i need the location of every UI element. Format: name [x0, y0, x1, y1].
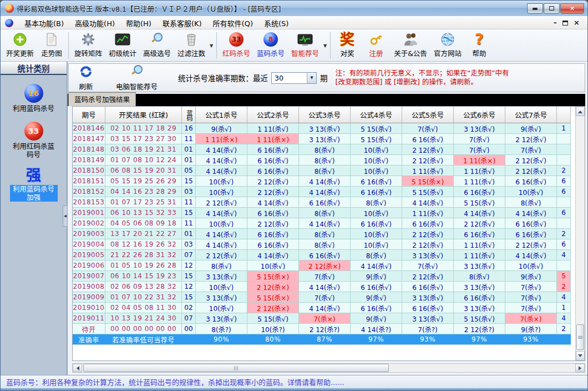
toolbar-button-对奖[interactable]: 奖对奖 — [333, 31, 362, 61]
formula-cell: 10(杀√) — [505, 260, 557, 271]
tab-blue-kill-enhanced[interactable]: 蓝码杀号加强结果 — [68, 92, 136, 106]
column-header-蓝码[interactable]: 蓝码 — [182, 107, 196, 123]
table-row[interactable]: 201815105 15 19 25 26 291510(杀√)2 12(杀√)… — [73, 176, 575, 187]
toolbar-button-关于&公告[interactable]: 关于&公告 — [391, 31, 430, 61]
scroll-left-button[interactable] — [73, 364, 82, 372]
sidebar-collapse-handle[interactable]: ◀ — [63, 205, 68, 227]
red-balls-cell: 21 22 26 28 31 32 — [105, 250, 182, 260]
formula-cell: 7(杀√) — [402, 123, 454, 134]
blue-code-cell: 07 — [182, 250, 196, 260]
formula-cell: 6 16(杀√) — [454, 229, 505, 239]
formula-cell: 6 16(杀√) — [402, 218, 454, 229]
smart-pick-button[interactable]: 电脑智能荐号 — [111, 63, 163, 93]
menu-item[interactable]: 系统(S) — [258, 16, 294, 30]
table-row[interactable]: 201815301 07 17 23 25 31112 12(杀√)4 14(杀… — [73, 197, 575, 208]
toolbar-button-过滤注数[interactable]: 过滤注数 — [174, 31, 209, 61]
period-cell: 2019009 — [73, 292, 105, 303]
column-header-公式3杀号[interactable]: 公式3杀号 — [299, 107, 351, 123]
table-row[interactable]: 201814602 10 11 17 18 29169(杀√)1 11(杀√)3… — [73, 123, 575, 134]
scroll-right-button[interactable] — [575, 364, 585, 372]
formula-cell: 8(杀√) — [299, 208, 351, 218]
toolbar-button-官方网站[interactable]: 官方网站 — [430, 31, 465, 61]
mdi-minimize-button[interactable]: – — [554, 20, 557, 26]
accuracy-value-cell: 80% — [247, 334, 299, 345]
table-row[interactable]: 待开00 00 00 00 00 00008(杀?)10(杀?)2 12(杀?)… — [73, 324, 575, 334]
vertical-scrollbar[interactable] — [575, 107, 585, 360]
close-button[interactable]: ✕ — [560, 3, 584, 14]
column-header-公式2杀号[interactable]: 公式2杀号 — [247, 107, 299, 123]
sidebar-item-利用蓝码杀号加强[interactable]: 强利用蓝码杀号加强 — [1, 168, 67, 202]
minimize-button[interactable]: ▬ — [527, 3, 543, 14]
column-header-公式5杀号[interactable]: 公式5杀号 — [402, 107, 454, 123]
column-header-开奖结果 (红球)[interactable]: 开奖结果 (红球) — [105, 107, 182, 123]
toolbar-button-label: 智能荐号 — [291, 48, 319, 58]
table-row[interactable]: 201814803 06 18 19 21 31014 14(杀√)6 16(杀… — [73, 144, 575, 155]
mdi-app-icon[interactable] — [5, 19, 13, 27]
dropdown-arrow-icon[interactable]: ▼ — [209, 31, 214, 61]
horizontal-scroll-track[interactable] — [82, 364, 575, 372]
toolbar-button-走势图[interactable]: 走势图 — [37, 31, 66, 61]
menu-item[interactable]: 所有软件(Q) — [207, 16, 258, 30]
column-header-extra[interactable] — [557, 107, 571, 123]
table-row[interactable]: 201900901 07 10 22 31 32153 13(杀√)5 15(杀… — [73, 292, 575, 303]
refresh-icon — [78, 64, 94, 81]
toolbar-button-注册[interactable]: 注册 — [362, 31, 391, 61]
mdi-restore-button[interactable] — [562, 21, 568, 26]
formula-cell: 5 15(杀×) — [402, 176, 454, 187]
toolbar-button-红码杀号[interactable]: 33红码杀号 — [219, 31, 254, 61]
formula-cell: 2 12(杀√) — [454, 218, 505, 229]
column-header-公式4杀号[interactable]: 公式4杀号 — [351, 107, 402, 123]
table-row[interactable]: 201900106 10 13 15 32 33154 14(杀√)6 16(杀… — [73, 208, 575, 218]
formula-cell: 4 14(杀√) — [299, 176, 351, 187]
period-count-select[interactable]: 30 ▼ — [271, 72, 317, 84]
table-row[interactable]: 201815204 14 16 23 28 290310(杀√)2 12(杀√)… — [73, 187, 575, 197]
vertical-scroll-track[interactable] — [576, 116, 585, 351]
toolbar-separator — [216, 32, 217, 59]
mdi-close-button[interactable]: × — [574, 20, 580, 26]
table-row[interactable]: 201814703 15 17 23 27 30111 11(杀×)1 11(杀… — [73, 134, 575, 144]
toolbar-button-智能荐号[interactable]: 智能荐号 — [288, 31, 322, 61]
toolbar-button-旋转矩阵[interactable]: 旋转矩阵 — [71, 31, 105, 61]
refresh-button[interactable]: 刷新 — [73, 63, 99, 93]
table-row[interactable]: 201900706 10 14 15 19 23153 13(杀√)5 15(杀… — [73, 271, 575, 282]
table-row[interactable]: 201900313 17 20 21 22 27014 14(杀√)6 16(杀… — [73, 229, 575, 239]
horizontal-scroll-thumb[interactable] — [83, 364, 389, 372]
menu-item[interactable]: 联系客服(K) — [157, 16, 207, 30]
scroll-up-button[interactable] — [576, 107, 585, 116]
table-row[interactable]: 201900802 06 09 13 28 321210(杀√)2 12(杀×)… — [73, 282, 575, 292]
column-header-公式1杀号[interactable]: 公式1杀号 — [196, 107, 247, 123]
table-row[interactable]: 201815006 08 15 19 20 31054 14(杀√)6 16(杀… — [73, 166, 575, 176]
vertical-scroll-thumb[interactable] — [576, 324, 584, 350]
horizontal-scrollbar[interactable] — [72, 363, 585, 373]
toolbar-button-蓝码杀号[interactable]: 8蓝码杀号 — [254, 31, 288, 61]
sidebar-item-利用蓝码杀号[interactable]: 16利用蓝码杀号 — [1, 84, 67, 113]
combo-arrow-icon[interactable]: ▼ — [307, 73, 316, 83]
table-row[interactable]: 201900601 05 10 19 26 28128(杀√)10(杀√)2 1… — [73, 260, 575, 271]
dropdown-arrow-icon[interactable]: ▼ — [322, 31, 328, 61]
column-header-期号[interactable]: 期号 — [73, 107, 105, 123]
menu-item[interactable]: 基本功能(B) — [19, 16, 69, 30]
table-row[interactable]: 201901002 04 05 08 11 300210(杀√)2 12(杀×)… — [73, 303, 575, 313]
table-row[interactable]: 201814901 07 08 10 12 24014 14(杀√)6 16(杀… — [73, 155, 575, 166]
menu-item[interactable]: 高级功能(H) — [69, 16, 120, 30]
red-balls-cell: 02 10 11 17 18 29 — [105, 123, 182, 134]
toolbar-button-label: 初级统计 — [109, 48, 136, 58]
column-header-公式6杀号[interactable]: 公式6杀号 — [454, 107, 505, 123]
toolbar-button-label: 对奖 — [341, 48, 354, 58]
maximize-button[interactable] — [544, 3, 560, 14]
toolbar-button-开奖更新[interactable]: 开奖更新 — [3, 31, 37, 61]
accuracy-value-cell: 97% — [351, 334, 402, 345]
prize-icon: 奖 — [340, 32, 354, 47]
table-row[interactable]: 201901110 13 19 21 24 30073 13(杀√)5 15(杀… — [73, 313, 575, 324]
table-row[interactable]: 201900204 05 06 08 09 181110(杀√)2 12(杀√)… — [73, 218, 575, 229]
column-header-公式7杀号[interactable]: 公式7杀号 — [505, 107, 557, 123]
formula-cell: 4 14(杀√) — [402, 197, 454, 208]
sidebar-item-利用红码杀蓝码号[interactable]: 33利用红码杀蓝码号 — [1, 122, 67, 159]
scroll-down-button[interactable] — [576, 351, 585, 360]
toolbar-button-初级统计[interactable]: 初级统计 — [105, 31, 140, 61]
table-row[interactable]: 201900408 12 16 19 26 32034 14(杀√)6 16(杀… — [73, 239, 575, 250]
toolbar-button-高级选号[interactable]: 高级选号 — [140, 31, 174, 61]
menu-item[interactable]: 帮助(H) — [120, 16, 157, 30]
table-row[interactable]: 201900521 22 26 28 31 32072 12(杀√)4 14(杀… — [73, 250, 575, 260]
toolbar-button-帮助[interactable]: ?帮助 — [465, 31, 494, 61]
